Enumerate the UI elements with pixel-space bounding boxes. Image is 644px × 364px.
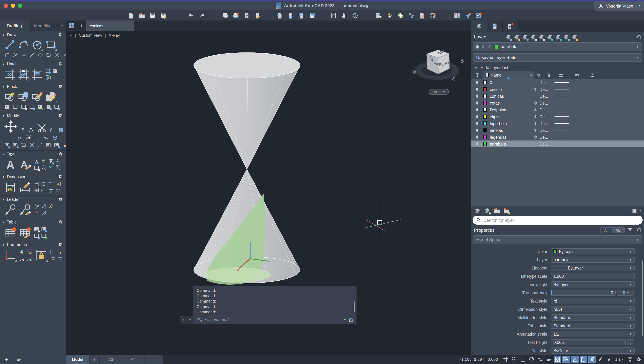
block-edit-icon[interactable]	[32, 91, 43, 102]
text-align-icon[interactable]	[34, 165, 40, 171]
import-icon[interactable]	[276, 12, 283, 19]
section-header[interactable]: ▾Table	[0, 218, 66, 226]
layer-row[interactable]: janelas De...	[471, 127, 644, 134]
tab-references[interactable]	[487, 20, 503, 32]
layer-filter-icon[interactable]	[503, 207, 510, 214]
freeze-icon[interactable]	[532, 87, 540, 91]
gear-icon[interactable]	[58, 220, 63, 224]
command-history[interactable]: Command:Command:Command:Command:Command:	[193, 286, 356, 316]
minimize-button[interactable]	[11, 4, 15, 8]
layer-on-indicator[interactable]	[476, 94, 478, 98]
draw-circle-icon[interactable]	[32, 39, 43, 50]
dimension-icon[interactable]	[4, 181, 16, 193]
edit-properties-icon[interactable]	[628, 228, 633, 233]
layer-on-indicator[interactable]	[476, 81, 478, 84]
pdf-settings-icon[interactable]: PDF	[55, 165, 61, 171]
performance-analyzer-icon[interactable]	[475, 12, 482, 19]
table-export-icon[interactable]	[34, 226, 40, 232]
layer-color-swatch[interactable]	[483, 87, 486, 91]
layer-row[interactable]: conicas De...	[471, 93, 644, 100]
purge-icon[interactable]	[418, 12, 426, 19]
layer-linetype[interactable]	[554, 137, 569, 137]
property-field[interactable]: 1:1 ▼	[551, 331, 635, 337]
layer-move-up-icon[interactable]	[538, 34, 545, 40]
layer-row[interactable]: elipse De...	[471, 113, 644, 120]
spell-check-icon[interactable]: ABC	[41, 158, 47, 164]
dim-override-icon[interactable]: x	[55, 188, 61, 193]
layer-linetype[interactable]	[554, 130, 569, 130]
property-field[interactable]: ByLayer ▼	[551, 248, 635, 254]
array-icon[interactable]	[58, 127, 64, 133]
table-update-icon[interactable]	[41, 233, 47, 238]
save-icon[interactable]	[149, 12, 156, 19]
layer-off-icon[interactable]	[554, 34, 561, 40]
layer-color-swatch[interactable]	[483, 108, 486, 112]
export-icon[interactable]	[287, 12, 294, 19]
layout-grid-icon[interactable]	[66, 20, 77, 31]
gear-icon[interactable]	[58, 32, 63, 37]
match-properties-icon[interactable]	[408, 12, 415, 19]
print-icon[interactable]	[222, 12, 228, 19]
constraint-dim-bulb-icon[interactable]	[57, 249, 63, 255]
selection-context-dropdown[interactable]: Model Space ▼	[473, 235, 642, 244]
draw-ellipse-icon[interactable]	[38, 52, 43, 58]
table-cell-style-icon[interactable]	[34, 233, 40, 238]
undock-icon[interactable]	[636, 34, 641, 40]
property-field[interactable]: 1.000 ▼	[551, 273, 635, 279]
break-icon[interactable]	[21, 142, 26, 148]
user-account-button[interactable]: Viktoriia Vlase... ▾	[594, 1, 644, 11]
more-palettes-button[interactable]: »	[634, 20, 644, 32]
share-drawing-icon[interactable]	[464, 12, 472, 19]
block-replace-icon[interactable]	[54, 104, 60, 110]
palette-collapse-button[interactable]: «	[57, 20, 66, 31]
freeze-icon[interactable]	[532, 101, 540, 105]
visibility-column-icon[interactable]	[471, 72, 483, 77]
property-field[interactable]: rdA4 ▼	[551, 306, 635, 312]
grid-icon[interactable]	[502, 356, 510, 363]
block-create-icon[interactable]	[18, 91, 29, 102]
filter-my-button[interactable]: My	[612, 228, 624, 233]
layer-linetype[interactable]	[554, 103, 569, 103]
layer-row[interactable]: circulo De...	[471, 86, 644, 93]
move-icon[interactable]	[4, 120, 17, 133]
layer-color-swatch[interactable]	[483, 128, 486, 132]
layout-tab-a3[interactable]: A3	[100, 355, 122, 364]
snap-icon[interactable]	[510, 356, 518, 363]
dimension-style-brush-icon[interactable]	[19, 181, 31, 193]
gear-icon[interactable]	[58, 197, 63, 202]
zoom-button[interactable]	[18, 4, 22, 8]
selection-cycling-icon[interactable]	[562, 356, 570, 363]
broom-icon[interactable]	[62, 142, 66, 148]
gear-icon[interactable]	[58, 84, 63, 89]
layer-color-swatch[interactable]	[483, 135, 486, 139]
autosnap-marker-icon[interactable]	[588, 356, 596, 363]
layer-lineweight[interactable]: De...	[540, 80, 554, 84]
dim-jogged-icon[interactable]	[55, 181, 61, 187]
hide-layer-list-toggle[interactable]: ∨ Hide Layer List	[471, 64, 644, 71]
attribute-define-icon[interactable]	[4, 104, 10, 110]
layer-edit-icon[interactable]	[513, 34, 520, 40]
orbit-icon[interactable]	[352, 12, 359, 19]
draw-measure-icon[interactable]	[29, 52, 35, 58]
save-as-icon[interactable]	[160, 12, 167, 19]
freeze-icon[interactable]	[532, 135, 540, 139]
section-header[interactable]: ▾Hatch	[0, 60, 66, 68]
layer-on-indicator[interactable]	[476, 108, 478, 112]
layer-lineweight[interactable]: De...	[540, 142, 554, 146]
chevron-down-icon[interactable]: ▾	[640, 209, 641, 212]
angle-snap-icon[interactable]	[571, 356, 578, 363]
section-header[interactable]: ▾Draw	[0, 31, 66, 38]
layer-move-down-icon[interactable]	[530, 34, 536, 40]
linetype-column-icon[interactable]	[568, 74, 586, 76]
wcs-dropdown[interactable]: WCS	[429, 89, 449, 95]
pan-icon[interactable]	[341, 12, 348, 19]
draw-polyline-icon[interactable]	[12, 52, 18, 58]
isolate-objects-icon[interactable]	[580, 356, 587, 363]
layer-lineweight[interactable]: De...	[540, 114, 554, 119]
lineweight-column-icon[interactable]	[554, 72, 568, 77]
draw-rectangle-icon[interactable]	[45, 39, 56, 50]
leader-add-icon[interactable]	[34, 204, 40, 210]
properties-scrollbar[interactable]	[642, 260, 643, 336]
offset-icon[interactable]	[44, 135, 50, 140]
zoom-window-icon[interactable]	[330, 12, 337, 19]
